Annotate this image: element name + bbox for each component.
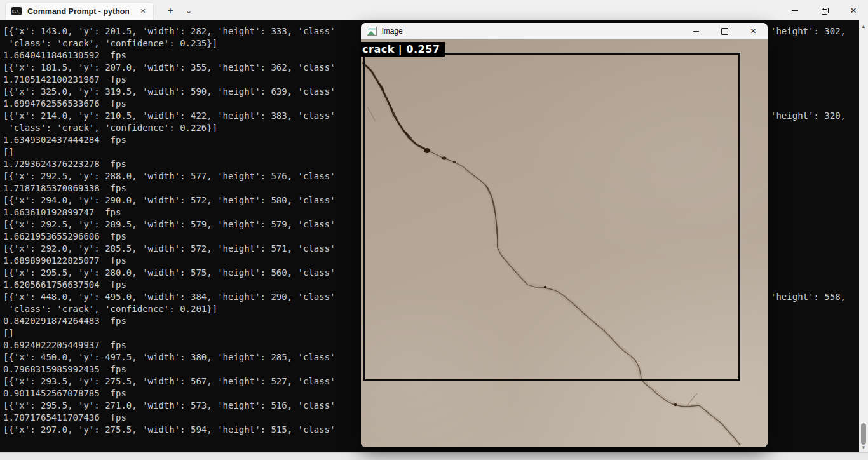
- terminal-line: [{'x': 448.0, 'y': 495.0, 'width': 384, …: [3, 291, 336, 303]
- terminal-scrollbar[interactable]: ▲ ▼: [859, 20, 868, 453]
- terminal-line-fragment: 'height': 302,: [771, 25, 846, 37]
- detection-bounding-box: [363, 53, 740, 381]
- tab-command-prompt[interactable]: C:\_ Command Prompt - python v ✕: [5, 2, 154, 20]
- terminal-line: []: [3, 146, 336, 158]
- scrollbar-thumb[interactable]: [861, 423, 866, 445]
- titlebar[interactable]: C:\_ Command Prompt - python v ✕ + ⌄ ✕: [0, 0, 868, 20]
- cmd-icon: C:\_: [11, 7, 22, 15]
- terminal-line: 1.7071765411707436 fps: [3, 412, 336, 424]
- terminal-line: 0.9011452567078785 fps: [3, 388, 336, 400]
- restore-icon: [822, 8, 827, 13]
- image-window[interactable]: image ✕: [361, 23, 768, 447]
- terminal-line: 0.6924022205449937 fps: [3, 339, 336, 351]
- terminal-line: [{'x': 450.0, 'y': 497.5, 'width': 380, …: [3, 351, 336, 363]
- terminal-line: 1.7187185370069338 fps: [3, 182, 336, 194]
- terminal-line: 'class': 'crack', 'confidence': 0.235}]: [3, 37, 336, 50]
- scrollbar-up-icon[interactable]: ▲: [859, 22, 868, 30]
- scrollbar-down-icon[interactable]: ▼: [859, 443, 868, 452]
- image-window-controls: ✕: [682, 23, 768, 39]
- terminal-line: 0.7968315985992435 fps: [3, 363, 336, 375]
- terminal-line: 'class': 'crack', 'confidence': 0.201}]: [3, 303, 336, 315]
- window-bottom-edge: [0, 452, 868, 460]
- terminal-line: 1.7105142100231967 fps: [3, 74, 336, 86]
- terminal-line: [{'x': 181.5, 'y': 207.0, 'width': 355, …: [3, 62, 336, 74]
- image-icon: [367, 27, 377, 36]
- image-maximize-button[interactable]: [710, 23, 739, 39]
- terminal-line: [{'x': 295.5, 'y': 280.0, 'width': 575, …: [3, 267, 336, 279]
- new-tab-button[interactable]: +: [161, 3, 179, 19]
- terminal-line: [{'x': 292.0, 'y': 285.5, 'width': 572, …: [3, 243, 336, 255]
- terminal-line: 1.6621953655296606 fps: [3, 231, 336, 243]
- window-controls: ✕: [780, 0, 868, 20]
- terminal-line: 1.663610192899747 fps: [3, 206, 336, 219]
- close-icon: ✕: [750, 27, 756, 35]
- terminal-line: [{'x': 292.5, 'y': 289.5, 'width': 579, …: [3, 219, 336, 231]
- tab-dropdown-chevron-icon[interactable]: ⌄: [180, 3, 197, 19]
- terminal-line: [{'x': 143.0, 'y': 201.5, 'width': 282, …: [3, 25, 336, 37]
- terminal-line: 0.8420291874264483 fps: [3, 315, 336, 327]
- terminal-line-fragment: 'height': 558,: [771, 291, 846, 303]
- terminal-line: 1.7293624376223278 fps: [3, 158, 336, 170]
- restore-button[interactable]: [810, 0, 839, 20]
- terminal-line: []: [3, 327, 336, 339]
- terminal-line: 1.6349302437444284 fps: [3, 134, 336, 146]
- image-content: crack | 0.257: [361, 39, 768, 447]
- detection-label: crack | 0.257: [361, 42, 445, 57]
- terminal-lines: [{'x': 143.0, 'y': 201.5, 'width': 282, …: [3, 25, 336, 436]
- terminal-line: 1.6898990122825077 fps: [3, 255, 336, 267]
- terminal-line: [{'x': 293.5, 'y': 275.5, 'width': 567, …: [3, 375, 336, 388]
- terminal-line: [{'x': 214.0, 'y': 210.5, 'width': 422, …: [3, 110, 336, 122]
- image-window-titlebar[interactable]: image ✕: [361, 23, 768, 39]
- minimize-button[interactable]: [780, 0, 810, 20]
- image-close-button[interactable]: ✕: [739, 23, 768, 39]
- terminal-line: 1.6994762556533676 fps: [3, 98, 336, 110]
- terminal-line: [{'x': 325.0, 'y': 319.5, 'width': 590, …: [3, 86, 336, 98]
- terminal-line-fragment: 'height': 320,: [771, 110, 846, 122]
- close-icon: ✕: [850, 6, 857, 15]
- tab-title: Command Prompt - python v: [27, 7, 129, 16]
- minimize-icon: [792, 10, 798, 11]
- image-minimize-button[interactable]: [682, 23, 710, 39]
- minimize-icon: [693, 31, 699, 32]
- terminal-line: [{'x': 297.0, 'y': 275.5, 'width': 594, …: [3, 424, 336, 436]
- terminal-line: 1.6640411846130592 fps: [3, 50, 336, 62]
- maximize-icon: [721, 28, 728, 35]
- desktop: { "window": { "tab_title": "Command Prom…: [0, 0, 868, 460]
- terminal-line: [{'x': 292.5, 'y': 288.0, 'width': 577, …: [3, 170, 336, 182]
- terminal-line: 'class': 'crack', 'confidence': 0.226}]: [3, 122, 336, 134]
- tab-close-icon[interactable]: ✕: [137, 6, 149, 17]
- image-window-title: image: [382, 27, 403, 36]
- terminal-line: 1.6205661756637504 fps: [3, 279, 336, 291]
- terminal-line: [{'x': 294.0, 'y': 290.0, 'width': 572, …: [3, 194, 336, 206]
- terminal-line: [{'x': 295.5, 'y': 271.0, 'width': 573, …: [3, 400, 336, 412]
- close-button[interactable]: ✕: [839, 0, 868, 20]
